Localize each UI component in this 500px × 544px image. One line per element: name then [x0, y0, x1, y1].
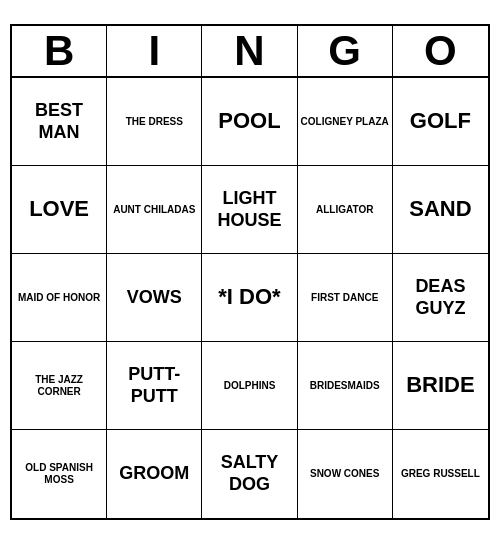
bingo-cell: VOWS — [107, 254, 202, 342]
bingo-cell: MAID OF HONOR — [12, 254, 107, 342]
bingo-cell: COLIGNEY PLAZA — [298, 78, 393, 166]
bingo-cell: FIRST DANCE — [298, 254, 393, 342]
bingo-cell: LOVE — [12, 166, 107, 254]
header-letter: N — [202, 26, 297, 76]
bingo-cell: POOL — [202, 78, 297, 166]
bingo-cell: OLD SPANISH MOSS — [12, 430, 107, 518]
bingo-cell: *I DO* — [202, 254, 297, 342]
bingo-cell: BEST MAN — [12, 78, 107, 166]
bingo-cell: LIGHT HOUSE — [202, 166, 297, 254]
bingo-grid: BEST MANTHE DRESSPOOLCOLIGNEY PLAZAGOLFL… — [12, 78, 488, 518]
bingo-cell: BRIDE — [393, 342, 488, 430]
bingo-cell: AUNT CHILADAS — [107, 166, 202, 254]
header-letter: O — [393, 26, 488, 76]
header-letter: I — [107, 26, 202, 76]
bingo-cell: SAND — [393, 166, 488, 254]
bingo-cell: GROOM — [107, 430, 202, 518]
bingo-cell: GOLF — [393, 78, 488, 166]
bingo-cell: BRIDESMAIDS — [298, 342, 393, 430]
bingo-header: BINGO — [12, 26, 488, 78]
bingo-cell: SALTY DOG — [202, 430, 297, 518]
bingo-cell: THE DRESS — [107, 78, 202, 166]
bingo-cell: SNOW CONES — [298, 430, 393, 518]
bingo-cell: PUTT-PUTT — [107, 342, 202, 430]
header-letter: B — [12, 26, 107, 76]
bingo-cell: GREG RUSSELL — [393, 430, 488, 518]
bingo-cell: ALLIGATOR — [298, 166, 393, 254]
bingo-card: BINGO BEST MANTHE DRESSPOOLCOLIGNEY PLAZ… — [10, 24, 490, 520]
bingo-cell: DOLPHINS — [202, 342, 297, 430]
bingo-cell: DEAS GUYZ — [393, 254, 488, 342]
header-letter: G — [298, 26, 393, 76]
bingo-cell: THE JAZZ CORNER — [12, 342, 107, 430]
